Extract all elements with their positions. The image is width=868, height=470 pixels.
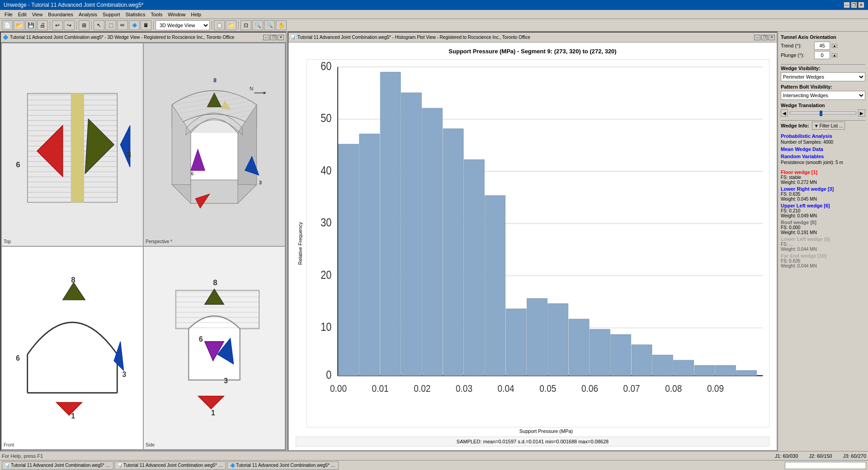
sep5 <box>212 21 212 30</box>
wedge-8-name[interactable]: Roof wedge [8] <box>781 220 865 225</box>
prob-analysis-section: Probabilistic Analysis Number of Samples… <box>781 133 865 168</box>
wedge-visibility-select[interactable]: Perimeter Wedges All Wedges No Wedges <box>781 72 865 81</box>
svg-text:0.00: 0.00 <box>330 382 347 394</box>
wedge-1-weight: Weight: 0.272 MN <box>781 180 865 185</box>
menu-boundaries[interactable]: Boundaries <box>45 11 76 18</box>
svg-marker-13 <box>264 91 266 94</box>
plunge-spinner-up[interactable]: ▲ <box>832 53 837 57</box>
filter-list-btn[interactable]: ▼ Filter List ... <box>812 122 845 130</box>
wedge-1-name[interactable]: Floor wedge [1] <box>781 169 865 175</box>
top-view-pane[interactable]: 6 3 Top <box>1 43 143 246</box>
svg-marker-28 <box>114 342 123 371</box>
svg-text:6: 6 <box>16 354 20 362</box>
wedge-translation-section: Wedge Translation ◀ ▶ <box>781 103 865 117</box>
trend-input[interactable] <box>814 42 830 50</box>
wedge-6-fs: FS: 0.210 <box>781 208 865 213</box>
undo-btn[interactable]: ↩ <box>52 20 63 30</box>
taskbar-item-2[interactable]: 📊 Tutorial 11 Advanced Joint Combination… <box>114 461 226 470</box>
svg-text:0.05: 0.05 <box>539 382 556 394</box>
left-minimize-btn[interactable]: — <box>263 35 269 40</box>
redo-btn[interactable]: ↪ <box>64 20 75 30</box>
view-mode-select[interactable]: 3D Wedge View <box>156 20 210 30</box>
svg-rect-71 <box>652 355 673 376</box>
coord-j3: J3: 60/270 <box>843 453 866 459</box>
taskbar-item-1[interactable]: 📊 Tutorial 11 Advanced Joint Combination… <box>2 461 113 470</box>
num-samples-text: Number of Samples: 4000 <box>781 140 865 145</box>
svg-text:30: 30 <box>321 216 331 229</box>
side-view-pane[interactable]: 8 6 3 1 Side <box>143 246 285 450</box>
svg-text:8: 8 <box>213 77 217 84</box>
perspective-view-pane[interactable]: N 8 3 6 <box>143 43 285 246</box>
open-btn[interactable]: 📂 <box>14 20 24 30</box>
menu-view[interactable]: View <box>29 11 46 18</box>
svg-rect-72 <box>674 360 694 376</box>
trans-slider[interactable] <box>790 112 856 114</box>
menu-tools[interactable]: Tools <box>148 11 165 18</box>
plunge-input[interactable] <box>814 51 830 59</box>
top-view-label: Top <box>4 239 11 244</box>
menu-support[interactable]: Support <box>100 11 123 18</box>
right-close-btn[interactable]: ✕ <box>769 35 775 40</box>
view3d-btn[interactable]: 📋 <box>214 20 225 30</box>
svg-text:3: 3 <box>127 150 131 159</box>
left-restore-btn[interactable]: ❐ <box>270 35 277 40</box>
new-btn[interactable]: 📄 <box>2 20 13 30</box>
save-btn[interactable]: 💾 <box>25 20 36 30</box>
minimize-btn[interactable]: — <box>844 2 850 8</box>
svg-rect-57 <box>359 134 380 376</box>
menu-statistics[interactable]: Statistics <box>123 11 148 18</box>
front-view-label: Front <box>4 442 14 447</box>
zoom-out-btn[interactable]: 🔍 <box>264 20 275 30</box>
folder-btn[interactable]: 📁 <box>226 20 236 30</box>
wedge-3-name[interactable]: Lower Right wedge [3] <box>781 186 865 192</box>
menu-edit[interactable]: Edit <box>15 11 29 18</box>
edit-btn[interactable]: ✏ <box>117 20 128 30</box>
svg-rect-62 <box>464 160 484 376</box>
trans-right-btn[interactable]: ▶ <box>858 109 865 117</box>
rock-btn[interactable]: 🔷 <box>129 20 140 30</box>
pattern-bolt-label: Pattern Bolt Visibility: <box>781 84 865 89</box>
wedge-6-name[interactable]: Upper Left wedge [6] <box>781 203 865 208</box>
maximize-btn[interactable]: ❐ <box>851 2 857 8</box>
wedge-5-name[interactable]: Lower Left wedge (5) <box>781 236 865 242</box>
taskbar-item-3[interactable]: 🔷 Tutorial 11 Advanced Joint Combination… <box>227 461 339 470</box>
sep3 <box>91 21 92 30</box>
main-area: 🔷 Tutorial 11 Advanced Joint Combination… <box>0 32 868 451</box>
menu-window[interactable]: Window <box>165 11 188 18</box>
svg-rect-3 <box>71 94 84 202</box>
print-btn[interactable]: 🖨 <box>37 20 48 30</box>
trans-left-btn[interactable]: ◀ <box>781 109 788 117</box>
fit-btn[interactable]: ⊡ <box>241 20 251 30</box>
window-controls[interactable]: — ❐ ✕ <box>844 2 864 8</box>
menu-help[interactable]: Help <box>188 11 204 18</box>
menu-analysis[interactable]: Analysis <box>76 11 100 18</box>
wedge-5-fs: FS: ... <box>781 242 865 247</box>
select2-btn[interactable]: ⬚ <box>105 20 116 30</box>
left-close-btn[interactable]: ✕ <box>278 35 284 40</box>
wedge-3-fs: FS: 0.635 <box>781 192 865 197</box>
svg-text:1: 1 <box>211 409 215 417</box>
front-view-pane[interactable]: 8 1 6 3 Front <box>1 246 143 450</box>
sep2 <box>76 21 77 30</box>
right-restore-btn[interactable]: ❐ <box>761 35 768 40</box>
filter-icon: ▼ <box>814 123 819 128</box>
wedge-10-name[interactable]: Far End wedge [10] <box>781 253 865 258</box>
select-btn[interactable]: ↖ <box>94 20 104 30</box>
random-variables-label: Random Variables <box>781 154 865 159</box>
svg-marker-24 <box>63 282 85 300</box>
menu-file[interactable]: File <box>2 11 15 18</box>
left-panel-title-text: Tutorial 11 Advanced Joint Combination.w… <box>10 35 234 40</box>
calc-btn[interactable]: 🖩 <box>141 20 151 30</box>
pan-btn[interactable]: ✋ <box>276 20 287 30</box>
zoom-in-btn[interactable]: 🔍 <box>252 20 263 30</box>
svg-text:0.02: 0.02 <box>414 382 430 394</box>
sep6 <box>238 21 239 30</box>
trend-spinner-up[interactable]: ▲ <box>832 44 837 48</box>
right-minimize-btn[interactable]: — <box>754 35 760 40</box>
grid-btn[interactable]: ⊞ <box>79 20 90 30</box>
svg-rect-58 <box>380 72 401 376</box>
close-btn[interactable]: ✕ <box>858 2 864 8</box>
pattern-bolt-select[interactable]: Intersecting Wedges All Bolts No Bolts <box>781 91 865 100</box>
command-input[interactable] <box>785 462 866 469</box>
perspective-view-label: Perspective * <box>146 239 172 244</box>
